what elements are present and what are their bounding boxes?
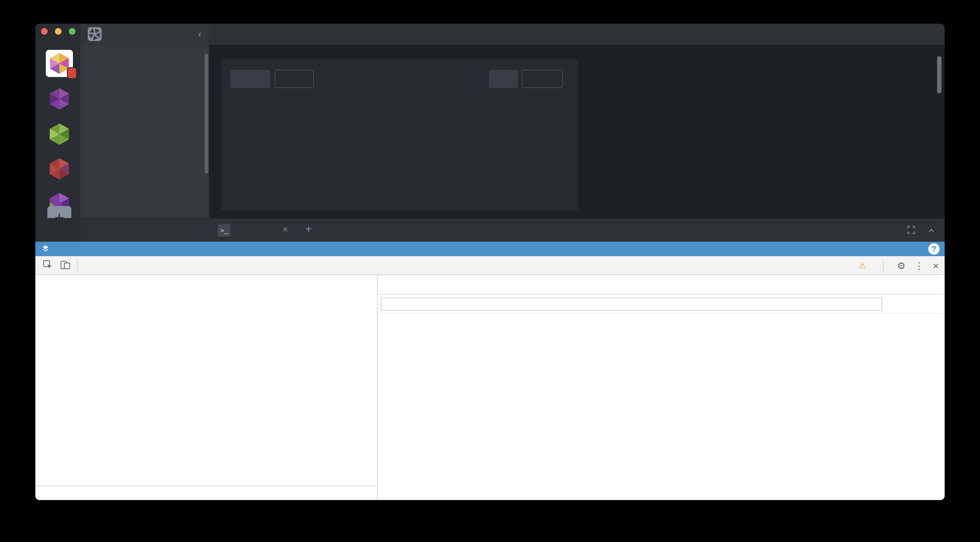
minimize-window-button[interactable]	[55, 28, 62, 35]
devtools-tabbar: ⚠ ⚙ ⋮ ×	[35, 256, 945, 275]
filter-worker-button[interactable]	[275, 70, 314, 88]
sidebar-scrollbar[interactable]	[205, 54, 208, 174]
cluster-tile[interactable]	[46, 87, 73, 110]
cluster-hexagon-icon	[48, 122, 71, 145]
kebab-menu-icon[interactable]: ⋮	[914, 260, 924, 271]
main-content	[209, 24, 945, 222]
cluster-rail-footer	[35, 218, 81, 242]
lens-logo-icon	[88, 27, 102, 41]
inspect-element-icon[interactable]	[42, 259, 53, 271]
metric-cpu-button[interactable]	[489, 70, 518, 88]
styles-subtabs	[378, 275, 945, 295]
close-devtools-icon[interactable]: ×	[933, 260, 939, 272]
sidebar: ‹	[81, 24, 209, 218]
page-header	[209, 24, 945, 45]
divider	[77, 260, 78, 271]
cluster-hexagon-icon	[48, 87, 71, 110]
add-terminal-icon[interactable]: +	[305, 222, 312, 236]
devtools: ⚠ ⚙ ⋮ ×	[35, 256, 945, 500]
main-scrollbar[interactable]	[937, 56, 942, 94]
chevron-up-icon[interactable]	[927, 226, 936, 236]
collapse-sidebar-icon[interactable]: ‹	[198, 28, 201, 40]
cluster-usage-chart-panel	[221, 59, 578, 211]
zoom-window-button[interactable]	[69, 28, 75, 35]
metric-memory-button[interactable]	[522, 70, 563, 88]
notification-badge	[67, 67, 77, 79]
cluster-rail: +	[35, 24, 81, 218]
close-terminal-icon[interactable]: ×	[283, 224, 288, 235]
styles-pane	[377, 275, 945, 500]
cluster-tile[interactable]	[46, 122, 73, 145]
styles-filter-row	[378, 295, 945, 314]
cluster-tile[interactable]	[46, 157, 73, 180]
dock-bar: >_ × +	[81, 218, 945, 242]
namespace-icon	[41, 244, 50, 254]
filter-master-button[interactable]	[231, 70, 270, 88]
terminal-icon: >_	[218, 224, 231, 237]
divider	[883, 260, 884, 271]
breadcrumb	[35, 485, 377, 500]
help-button[interactable]: ?	[928, 243, 940, 255]
elements-tree-pane	[35, 275, 377, 500]
console-warnings[interactable]: ⚠	[859, 261, 868, 271]
cluster-hexagon-icon	[48, 157, 71, 180]
expand-dock-icon[interactable]	[906, 225, 916, 236]
styles-filter-input[interactable]	[381, 298, 882, 311]
sidebar-header: ‹	[81, 24, 209, 45]
settings-gear-icon[interactable]: ⚙	[897, 260, 905, 271]
warning-icon: ⚠	[859, 261, 866, 271]
app-window: + ‹	[35, 24, 945, 500]
styles-rules	[378, 314, 945, 500]
close-window-button[interactable]	[41, 28, 48, 35]
device-toolbar-icon[interactable]	[60, 259, 71, 271]
kube-context-bar: ?	[35, 242, 945, 256]
